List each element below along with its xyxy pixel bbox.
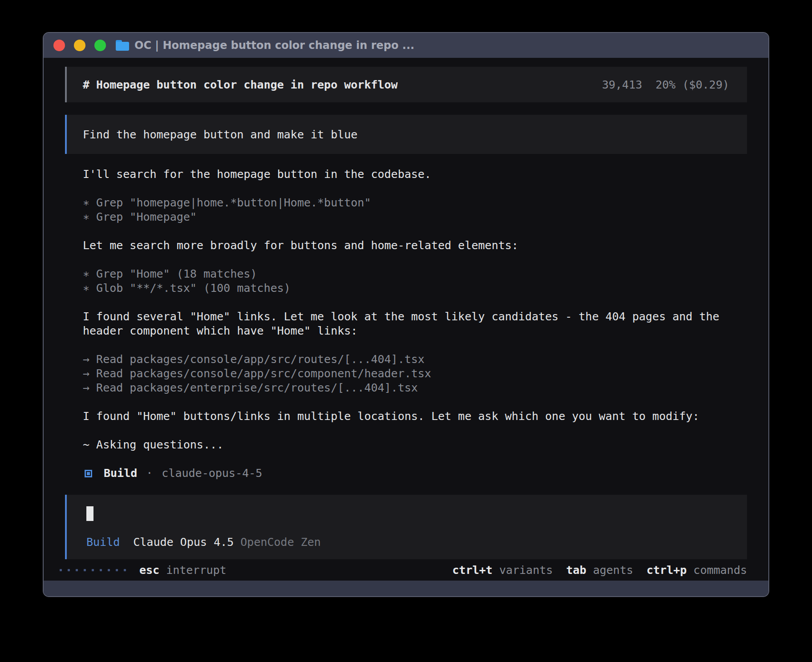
spinner-dots	[60, 569, 126, 571]
input-model-label[interactable]: Claude Opus 4.5	[133, 536, 234, 549]
status-model-name: claude-opus-4-5	[162, 466, 262, 480]
transcript-line	[83, 395, 747, 409]
transcript-line	[83, 182, 747, 196]
user-message: Find the homepage button and make it blu…	[65, 115, 747, 154]
session-title: # Homepage button color change in repo w…	[83, 78, 398, 91]
agent-status-row: Build · claude-opus-4-5	[83, 466, 747, 480]
context-percent: 20%	[655, 78, 675, 91]
transcript-line: header component which have "Home" links…	[83, 324, 747, 338]
transcript-line: I found "Home" buttons/links in multiple…	[83, 409, 747, 424]
spinner-dot	[100, 569, 102, 571]
tab-key-hint: tab	[566, 564, 586, 577]
transcript-line: ~ Asking questions...	[83, 438, 747, 452]
window-titlebar: OC | Homepage button color change in rep…	[44, 33, 768, 58]
input-provider-label: OpenCode Zen	[240, 536, 321, 549]
traffic-lights	[53, 40, 106, 51]
token-count: 39,413	[602, 78, 642, 91]
session-cost: ($0.29)	[682, 78, 729, 91]
transcript-line: ∗ Grep "Home" (18 matches)	[83, 267, 747, 281]
transcript-line	[83, 224, 747, 238]
spinner-dot	[76, 569, 78, 571]
ctrl-t-key-hint: ctrl+t	[452, 564, 492, 577]
statusbar: esc interrupt ctrl+t variants tab agents…	[44, 559, 768, 581]
shortcut-commands[interactable]: ctrl+p commands	[646, 564, 747, 577]
close-button[interactable]	[53, 40, 65, 51]
user-message-text: Find the homepage button and make it blu…	[83, 128, 357, 141]
shortcut-agents[interactable]: tab agents	[566, 564, 633, 577]
transcript-line: → Read packages/console/app/src/componen…	[83, 367, 747, 381]
statusbar-left: esc interrupt	[60, 564, 227, 577]
transcript-line	[83, 424, 747, 438]
spinner-dot	[124, 569, 126, 571]
transcript-line	[83, 253, 747, 267]
input-meta: Build Claude Opus 4.5 OpenCode Zen	[86, 536, 727, 549]
agent-build-icon	[85, 470, 92, 477]
status-separator: ·	[146, 466, 153, 480]
spinner-dot	[116, 569, 118, 571]
transcript-line	[83, 452, 747, 466]
variants-label: variants	[499, 564, 552, 577]
prompt-input[interactable]: Build Claude Opus 4.5 OpenCode Zen	[65, 495, 747, 559]
session-header: # Homepage button color change in repo w…	[65, 67, 747, 102]
transcript-line: ∗ Grep "homepage|home.*button|Home.*butt…	[83, 196, 747, 210]
transcript-line: Let me search more broadly for buttons a…	[83, 238, 747, 253]
zoom-button[interactable]	[94, 40, 106, 51]
minimize-button[interactable]	[74, 40, 85, 51]
transcript-line	[83, 295, 747, 310]
session-stats: 39,413 20% ($0.29)	[602, 78, 729, 91]
transcript-line	[83, 338, 747, 352]
transcript-line: I'll search for the homepage button in t…	[83, 167, 747, 182]
folder-icon	[116, 40, 129, 51]
esc-key-hint[interactable]: esc	[139, 564, 159, 577]
transcript-line: ∗ Grep "Homepage"	[83, 210, 747, 224]
window-title: OC | Homepage button color change in rep…	[134, 39, 414, 52]
assistant-transcript: I'll search for the homepage button in t…	[83, 167, 747, 466]
transcript-line: → Read packages/console/app/src/routes/[…	[83, 352, 747, 367]
transcript-line: → Read packages/enterprise/src/routes/[.…	[83, 381, 747, 395]
statusbar-right: ctrl+t variants tab agents ctrl+p comman…	[439, 564, 747, 577]
spinner-dot	[92, 569, 94, 571]
transcript-line: ∗ Glob "**/*.tsx" (100 matches)	[83, 281, 747, 295]
shortcut-variants[interactable]: ctrl+t variants	[452, 564, 553, 577]
input-agent-label[interactable]: Build	[86, 536, 120, 549]
window-bottom-edge	[44, 581, 768, 597]
text-cursor	[86, 506, 93, 521]
commands-label: commands	[694, 564, 747, 577]
interrupt-label: interrupt	[166, 564, 226, 577]
agents-label: agents	[593, 564, 633, 577]
spinner-dot	[84, 569, 86, 571]
spinner-dot	[108, 569, 110, 571]
status-agent-name: Build	[104, 466, 137, 480]
terminal-window: OC | Homepage button color change in rep…	[43, 32, 769, 597]
transcript-line: I found several "Home" links. Let me loo…	[83, 310, 747, 324]
spinner-dot	[68, 569, 70, 571]
ctrl-p-key-hint: ctrl+p	[646, 564, 686, 577]
spinner-dot	[60, 569, 62, 571]
terminal-content: # Homepage button color change in repo w…	[44, 58, 768, 581]
